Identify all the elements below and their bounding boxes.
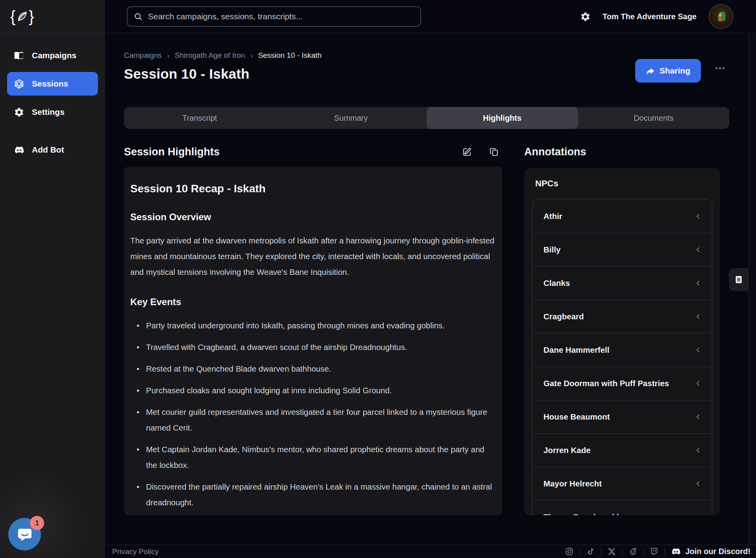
npc-row[interactable]: Clanks <box>532 266 712 300</box>
chevron-left-icon <box>694 212 702 221</box>
social-links: Join our Discord! <box>565 547 750 556</box>
footer-divider <box>580 548 580 555</box>
npc-row[interactable]: Cragbeard <box>532 300 712 333</box>
join-discord-label: Join our Discord! <box>685 547 750 556</box>
breadcrumb-item[interactable]: Shirogath Age of Iron <box>175 51 245 60</box>
breadcrumb-item: Session 10 - Iskath <box>258 51 322 60</box>
key-event-item: Rested at the Quenched Blade dwarven bat… <box>130 361 496 377</box>
reddit-icon[interactable] <box>628 547 638 556</box>
x-icon[interactable] <box>607 547 616 556</box>
key-event-item: Met courier guild representatives and in… <box>130 404 496 436</box>
npc-row[interactable]: Gate Doorman with Puff Pastries <box>532 366 712 400</box>
npc-name: Jorren Kade <box>543 446 591 455</box>
sidebar-item-label: Campaigns <box>32 51 76 60</box>
chevron-left-icon <box>694 245 702 254</box>
npc-name: Clanks <box>543 278 570 288</box>
chat-widget-button[interactable]: 1 <box>8 518 41 551</box>
tab-summary[interactable]: Summary <box>275 107 427 129</box>
key-event-item: Purchased cloaks and sought lodging at i… <box>130 383 496 398</box>
footer-divider <box>643 548 644 555</box>
search-icon <box>133 12 143 21</box>
key-events-list: Party traveled underground into Iskath, … <box>130 318 496 510</box>
footer-divider <box>665 548 665 555</box>
npc-name: Mayor Helrecht <box>543 479 602 488</box>
avatar[interactable] <box>708 4 734 29</box>
tab-highlights[interactable]: Highlights <box>427 107 578 129</box>
sharing-button[interactable]: Sharing <box>635 59 701 83</box>
feather-quill-icon <box>15 10 29 23</box>
chevron-left-icon <box>694 312 702 321</box>
book-icon <box>14 50 24 61</box>
gear-icon <box>14 107 24 118</box>
npc-name: Thragg Boneknuckle <box>543 512 623 515</box>
edit-icon[interactable] <box>462 147 472 157</box>
npc-row[interactable]: Dane Hammerfell <box>532 333 712 366</box>
app-logo[interactable]: { } <box>10 9 34 24</box>
journal-drawer-tab[interactable] <box>729 268 748 291</box>
npc-row[interactable]: Thragg Boneknuckle <box>532 500 712 515</box>
npc-card: NPCs AthirBillyClanksCragbeardDane Hamme… <box>524 168 720 515</box>
copy-icon[interactable] <box>489 147 499 157</box>
breadcrumb-item[interactable]: Campaigns <box>124 51 162 60</box>
chat-unread-badge: 1 <box>30 516 44 530</box>
search-input[interactable]: Search campaigns, sessions, transcripts.… <box>127 6 421 27</box>
tiktok-icon[interactable] <box>586 547 595 556</box>
discord-icon <box>671 547 681 556</box>
logo-brace-left: { <box>10 9 15 24</box>
annotations-section: Annotations NPCs AthirBillyClanksCragbea… <box>524 144 720 515</box>
more-options-button[interactable]: ⋯ <box>715 62 726 74</box>
sidebar-item-sessions[interactable]: Sessions <box>7 72 98 96</box>
discord-icon <box>14 145 24 155</box>
npcs-heading: NPCs <box>532 179 712 189</box>
breadcrumb-separator-icon: › <box>167 51 170 60</box>
footer: Privacy Policy Join our Discord! <box>105 545 756 558</box>
footer-divider <box>601 548 601 555</box>
npc-row[interactable]: Athir <box>532 199 712 233</box>
search-placeholder: Search campaigns, sessions, transcripts.… <box>148 12 303 21</box>
chevron-left-icon <box>694 346 702 354</box>
npc-row[interactable]: Mayor Helrecht <box>532 467 712 500</box>
sidebar: { } CampaignsSessionsSettingsAdd Bot <box>0 0 105 558</box>
sidebar-item-add-bot[interactable]: Add Bot <box>7 138 98 162</box>
npc-list: AthirBillyClanksCragbeardDane Hammerfell… <box>532 199 712 515</box>
twitch-icon[interactable] <box>650 547 659 556</box>
highlights-section: Session Highlights Session 10 Recap - Is… <box>124 144 502 515</box>
tab-documents[interactable]: Documents <box>578 107 730 129</box>
key-events-heading: Key Events <box>130 296 496 308</box>
sidebar-item-settings[interactable]: Settings <box>7 100 98 124</box>
overview-text: The party arrived at the dwarven metropo… <box>130 233 496 280</box>
npc-name: Gate Doorman with Puff Pastries <box>543 379 669 388</box>
footer-divider <box>622 548 623 555</box>
right-drawer-edge <box>748 33 756 558</box>
journal-icon <box>734 275 743 284</box>
npc-row[interactable]: Billy <box>532 233 712 266</box>
sharing-button-label: Sharing <box>660 66 690 76</box>
gear-icon[interactable] <box>580 11 591 22</box>
npc-row[interactable]: Jorren Kade <box>532 433 712 467</box>
join-discord-link[interactable]: Join our Discord! <box>671 547 750 556</box>
tab-transcript[interactable]: Transcript <box>124 107 275 129</box>
privacy-policy-link[interactable]: Privacy Policy <box>112 547 159 556</box>
npc-name: Athir <box>543 212 562 221</box>
topbar-right: Tom The Adventure Sage <box>580 4 756 29</box>
session-highlights-title: Session Highlights <box>124 146 220 158</box>
logo-brace-right: } <box>29 9 34 24</box>
npc-name: Dane Hammerfell <box>543 345 609 355</box>
sidebar-item-label: Sessions <box>32 79 68 88</box>
chevron-left-icon <box>694 479 702 488</box>
npc-row[interactable]: House Beaumont <box>532 400 712 433</box>
breadcrumb-separator-icon: › <box>250 51 253 60</box>
recap-card: Session 10 Recap - Iskath Session Overvi… <box>124 167 502 515</box>
sidebar-nav: CampaignsSessionsSettingsAdd Bot <box>0 33 105 162</box>
instagram-icon[interactable] <box>565 547 574 556</box>
share-icon <box>646 66 655 76</box>
sidebar-item-campaigns[interactable]: Campaigns <box>7 44 98 67</box>
chat-bubble-icon <box>16 526 33 543</box>
tab-bar: TranscriptSummaryHighlightsDocuments <box>124 107 729 129</box>
key-event-item: Party traveled underground into Iskath, … <box>130 318 496 333</box>
chevron-left-icon <box>694 513 702 515</box>
annotations-title: Annotations <box>524 144 720 160</box>
logo-area: { } <box>0 0 105 33</box>
username[interactable]: Tom The Adventure Sage <box>603 12 697 21</box>
sidebar-item-label: Settings <box>32 107 65 117</box>
